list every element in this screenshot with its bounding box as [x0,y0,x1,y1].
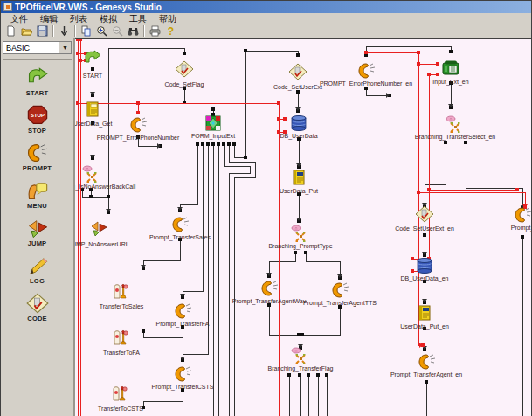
connector-port[interactable] [425,380,428,384]
connector-port[interactable] [232,142,236,146]
palette-item-menu[interactable]: MENU [26,180,49,210]
connector-port[interactable] [277,117,280,121]
connector-port[interactable] [427,188,431,191]
connector-port[interactable] [411,257,414,260]
connector-port[interactable] [244,49,247,52]
connector-port[interactable] [325,373,328,377]
connector-port[interactable] [307,373,310,377]
new-button[interactable] [3,24,18,38]
connector-port[interactable] [436,62,439,66]
zoom-in-button[interactable] [94,24,109,38]
node-code-setuserext-en[interactable]: Code_SetUserExt_en [395,206,454,232]
node-userdata-put[interactable]: UserData_Put [280,170,318,195]
node-branching-transferselect-en[interactable]: Branching_TransferSelect_en [415,116,495,141]
node-form-inputext[interactable]: FORM_InputExt [191,116,235,140]
connector-port[interactable] [515,188,519,191]
copy-button[interactable] [79,24,93,38]
node-transfertocsts[interactable]: TransferToCSTS [98,387,143,413]
menu-item-4[interactable]: 工具 [123,13,153,24]
connector-port[interactable] [136,111,140,114]
palette-item-start[interactable]: START [26,67,49,97]
node-prompt-transferagentwav[interactable]: Prompt_TransferAgentWav [232,281,307,305]
node-branching-isnoanswerbackcall[interactable]: Branching_IsNoAnswerBackCall [75,166,136,191]
node-jump-noanswerurl[interactable]: JUMP_NoAnswerURL [75,222,129,248]
open-button[interactable] [19,24,34,38]
connector-port[interactable] [201,142,204,146]
connector-port[interactable] [183,52,186,55]
palette-item-jump[interactable]: JUMP [26,218,49,247]
connector-port[interactable] [217,142,220,146]
find-button[interactable] [126,24,141,38]
connector-port[interactable] [294,251,297,254]
connector-port[interactable] [417,51,420,54]
menu-item-5[interactable]: 帮助 [153,13,183,24]
connector-port[interactable] [464,141,467,144]
connector-port[interactable] [364,51,368,54]
connector-port[interactable] [427,73,431,76]
chevron-down-icon[interactable]: ▼ [59,42,71,53]
menu-item-3[interactable]: 模拟 [93,13,123,24]
connector-port[interactable] [277,101,280,105]
zoom-out-button[interactable] [110,24,125,38]
connector-port[interactable] [244,156,247,159]
connector-port[interactable] [283,117,287,121]
connector-port[interactable] [417,191,420,194]
node-prompt-truncated[interactable]: Prompt_ [511,208,531,232]
node-prompt-transfersales[interactable]: Prompt_TransferSales [149,218,211,241]
node-transfertosales[interactable]: TransferToSales [100,285,144,310]
connector-port[interactable] [211,107,215,111]
node-db-userdata-en[interactable]: DB_UserData_en [401,259,449,283]
palette-item-log[interactable]: LOG [26,255,49,285]
stencil-dropdown[interactable]: BASIC ▼ [3,41,72,54]
node-code-setflag[interactable]: Code_SetFlag [165,61,204,88]
connector-port[interactable] [211,142,215,146]
title-bar[interactable]: TPOfficeIVR.VWS - Genesys Studio [1,1,531,13]
node-prompt-transferagent-en[interactable]: Prompt_TransferAgent_en [390,355,462,378]
menu-item-1[interactable]: 编辑 [34,13,64,24]
node-start[interactable]: START [83,51,103,79]
node-userdata-put-en[interactable]: UserData_Put_en [400,306,449,330]
connector-port[interactable] [287,373,291,377]
connector-port[interactable] [91,67,94,71]
palette-item-prompt[interactable]: PROMPT [23,142,52,172]
flow-canvas[interactable]: STARTUserData_GetBranching_IsNoAnswerBac… [75,38,531,416]
connector-port[interactable] [196,142,199,146]
help-button[interactable] [163,24,178,38]
connector-port[interactable] [364,87,368,90]
node-code-setuserext[interactable]: Code_SetUserExt [273,64,322,91]
node-branching-prompttype[interactable]: Branching_PromptType [268,225,332,250]
connector-port[interactable] [296,90,300,94]
connector-port[interactable] [449,50,453,53]
connector-port[interactable] [89,195,93,198]
node-prompt-transferagenttts[interactable]: Prompt_TransferAgentTTS [303,283,377,307]
connector-port[interactable] [107,195,110,198]
node-prompt-transferfa[interactable]: Prompt_TransferFA [156,304,210,328]
connector-port[interactable] [76,101,79,105]
connector-port[interactable] [206,142,210,146]
node-branching-transferflag[interactable]: Branching_TransferFlag [268,348,334,372]
connector-port[interactable] [521,235,524,239]
menu-item-0[interactable]: 文件 [4,13,34,24]
connector-port[interactable] [436,73,439,76]
connector-port[interactable] [79,59,82,62]
connector-port[interactable] [227,142,231,146]
connector-port[interactable] [76,52,79,55]
connector-port[interactable] [211,113,215,116]
print-button[interactable] [148,24,162,38]
palette-item-stop[interactable]: STOP [26,105,49,135]
connector-port[interactable] [222,142,225,146]
down-arrow-button[interactable] [57,24,72,38]
connector-port[interactable] [142,329,145,333]
menu-item-2[interactable]: 列表 [64,13,93,24]
connector-port[interactable] [444,141,447,144]
connector-port[interactable] [299,333,302,336]
connector-port[interactable] [417,62,420,66]
connector-port[interactable] [298,373,301,377]
connector-port[interactable] [316,373,320,377]
connector-port[interactable] [79,39,82,41]
palette-item-code[interactable]: CODE [26,293,49,322]
save-button[interactable] [35,24,50,38]
connector-port[interactable] [411,269,414,273]
node-transfertofa[interactable]: TransferToFA [103,331,140,357]
node-prompt-transfercsts[interactable]: Prompt_TransferCSTS [152,367,214,391]
